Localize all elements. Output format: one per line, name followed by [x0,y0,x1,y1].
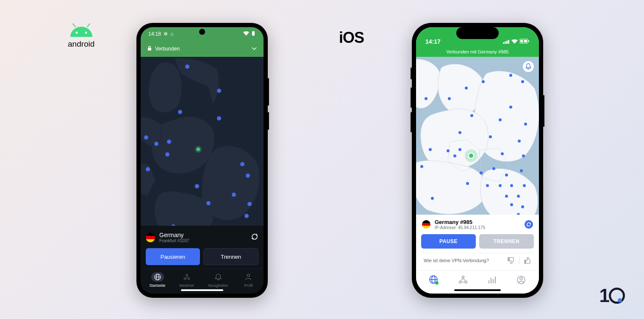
android-text: android [68,39,94,49]
feedback-prompt: Wie ist deine VPN-Verbindung? [424,258,489,263]
home-indicator [181,289,223,291]
cellular-icon [503,38,510,45]
status-vpn-icon: ⌂ [170,31,173,37]
thumbs-up-icon[interactable] [524,257,531,264]
nav-stats[interactable] [481,275,502,285]
germany-flag-icon [422,220,430,229]
refresh-server-button[interactable] [251,233,258,242]
pause-button[interactable]: Pausieren [146,248,200,265]
stats-icon [487,275,497,285]
status-time: 14:17 [425,38,441,45]
globe-connected-icon [429,275,439,285]
nav-home-label: Startseite [149,283,165,288]
svg-point-32 [520,277,522,280]
svg-point-10 [188,278,190,280]
wifi-icon [243,31,249,37]
connected-text: Verbunden [155,46,180,52]
android-robot-icon [69,23,94,39]
chevron-down-icon [252,46,257,52]
globe-icon [154,273,161,281]
server-country: Germany [159,232,189,238]
battery-charging-icon [519,38,530,45]
server-map-dark[interactable] [141,57,264,226]
svg-point-8 [186,274,188,276]
wifi-icon [511,38,518,45]
watermark-digit: 1 [600,285,610,306]
brand-watermark: 1 [600,285,625,306]
connection-panel: Germany #985 IP-Adresse: 45.94.211.175 P… [416,215,539,270]
nav-news-label: Neuigkeiten [208,283,228,288]
nav-meshnet[interactable]: Meshnet [179,272,194,288]
android-phone-mockup: 14:18 ✲ ⌂ [136,23,268,298]
feedback-row: Wie ist deine VPN-Verbindung? [421,253,534,268]
connected-text: Verbunden mit Germany #985 [447,49,509,54]
meshnet-icon [183,273,191,281]
svg-rect-3 [253,31,254,31]
refresh-server-button[interactable] [525,220,533,229]
svg-point-24 [462,276,464,278]
ios-os-label: iOS [339,29,364,47]
nav-meshnet-label: Meshnet [179,283,194,288]
connection-panel: Germany Frankfurt #1037 Pausieren Trenne… [141,226,264,269]
germany-flag-icon [146,233,155,242]
watermark-circle-icon [609,288,625,304]
server-map-light[interactable] [416,57,539,215]
nav-meshnet[interactable] [452,275,474,285]
status-time: 14:18 [148,31,161,37]
nav-profile[interactable] [511,275,532,285]
disconnect-button[interactable]: Trennen [203,248,258,265]
connected-banner[interactable]: Verbunden [141,41,264,57]
status-app-icon: ✲ [164,31,168,37]
svg-rect-4 [148,48,151,50]
svg-point-23 [435,281,439,285]
lock-icon [147,46,152,52]
svg-rect-14 [506,41,508,44]
disconnect-button[interactable]: TRENNEN [479,234,534,249]
nav-news[interactable]: Neuigkeiten [208,272,228,288]
nav-home[interactable]: Startseite [149,272,165,288]
battery-icon [251,31,256,37]
bell-icon [215,273,222,281]
ios-phone-mockup: 14:17 Verbunden mit Germany #985 [412,23,543,298]
thumbs-down-icon[interactable] [507,257,515,264]
meshnet-icon [458,275,468,285]
server-name: Germany #985 [435,219,485,225]
nav-profile-label: Profil [244,283,253,288]
svg-rect-17 [528,40,529,42]
server-ip: IP-Adresse: 45.94.211.175 [435,225,485,230]
android-os-label: android [68,23,94,49]
profile-icon [245,273,252,281]
pause-button[interactable]: PAUSE [421,234,476,249]
connected-banner: Verbunden mit Germany #985 [416,47,539,57]
svg-point-1 [85,32,87,34]
profile-icon [516,275,526,285]
svg-point-11 [247,274,250,277]
nav-profile[interactable]: Profil [242,272,255,288]
svg-rect-13 [505,42,506,44]
svg-rect-15 [508,40,509,44]
notifications-button[interactable] [523,61,534,72]
svg-point-0 [75,32,78,34]
home-indicator [454,289,501,291]
nav-home[interactable] [423,275,444,285]
server-detail: Frankfurt #1037 [159,238,189,243]
svg-rect-12 [503,42,504,44]
svg-rect-2 [252,31,255,36]
svg-point-9 [184,278,186,280]
